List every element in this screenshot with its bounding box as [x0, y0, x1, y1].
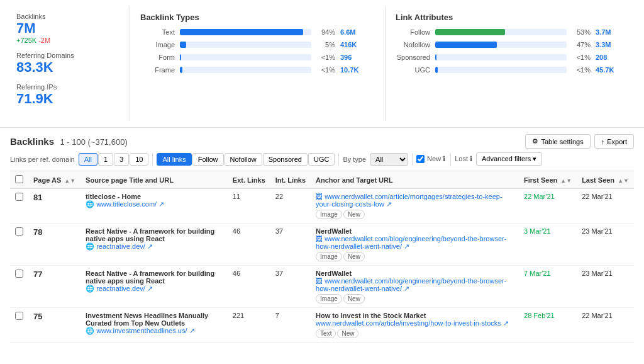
tag-badge: New: [343, 294, 365, 304]
anchor-url[interactable]: 🖼 www.nerdwallet.com/article/mortgages/s…: [316, 193, 514, 208]
follow-button[interactable]: Follow: [192, 153, 224, 166]
page-title: React Native - A framework for building …: [86, 270, 223, 285]
chart-label-sponsored: Sponsored: [396, 54, 430, 61]
page-url-link[interactable]: 🌐 www.investmentheadlines.us/ ↗: [86, 327, 194, 334]
ugc-button[interactable]: UGC: [308, 153, 335, 166]
page-url[interactable]: 🌐 reactnative.dev/ ↗: [86, 242, 223, 251]
link-attributes-rows: Follow 53% 3.7M Nofollow 47% 3.3M Sponso…: [396, 28, 624, 74]
chart-row-ugc: UGC <1% 45.7K: [396, 66, 624, 74]
page-url-link[interactable]: 🌐 reactnative.dev/ ↗: [86, 242, 153, 250]
page-url[interactable]: 🌐 www.investmentheadlines.us/ ↗: [86, 327, 223, 335]
backlinks-value: 7M: [16, 20, 117, 37]
table-row: 75 Investment News Headlines Manually Cu…: [10, 308, 634, 343]
source-page-header[interactable]: Source page Title and URL: [80, 171, 228, 189]
anchor-url-link[interactable]: 🖼 www.nerdwallet.com/blog/engineering/be…: [316, 235, 506, 250]
row-checkbox[interactable]: [15, 193, 23, 201]
tag-badge: Image: [316, 252, 342, 261]
one-per-ref-button[interactable]: 1: [98, 153, 113, 166]
nofollow-button[interactable]: Nofollow: [225, 153, 262, 166]
anchor-url[interactable]: 🖼 www.nerdwallet.com/blog/engineering/be…: [316, 277, 514, 293]
backlink-types-rows: Text 94% 6.6M Image 5% 416K Form: [140, 28, 369, 74]
tag-badge: New: [343, 252, 365, 261]
page-as-cell: 78: [28, 224, 80, 266]
int-links-header[interactable]: Int. Links: [270, 171, 311, 189]
page-url[interactable]: 🌐 reactnative.dev/ ↗: [86, 285, 223, 293]
row-checkbox-cell: [10, 189, 28, 224]
sort-icon-page-as: ▲▼: [64, 178, 75, 184]
first-seen-cell: 22 Mar'21: [519, 189, 577, 224]
last-seen-cell: 23 Mar'21: [577, 266, 634, 308]
chart-row-text: Text 94% 6.6M: [140, 28, 369, 36]
last-seen-header[interactable]: Last Seen ▲▼: [577, 171, 634, 189]
row-checkbox[interactable]: [15, 270, 23, 278]
chart-row-form: Form <1% 396: [140, 54, 369, 61]
select-all-checkbox[interactable]: [15, 175, 23, 183]
referring-ips-stat: Referring IPs 71.9K: [16, 83, 117, 107]
all-links-button[interactable]: All links: [157, 153, 191, 166]
row-checkbox-cell: [10, 308, 28, 343]
sponsored-button[interactable]: Sponsored: [263, 153, 308, 166]
page-as-value: 77: [33, 270, 42, 279]
page-url-link[interactable]: 🌐 www.titleclose.com/ ↗: [86, 200, 164, 208]
chart-label-frame: Frame: [140, 66, 175, 74]
anchor-title: How to Invest in the Stock Market: [316, 312, 514, 319]
tag-badge: Image: [316, 294, 342, 304]
chart-label-image: Image: [140, 41, 175, 48]
page-url[interactable]: 🌐 www.titleclose.com/ ↗: [86, 200, 223, 208]
page-url-link[interactable]: 🌐 reactnative.dev/ ↗: [86, 285, 153, 292]
last-seen-date: 23 Mar'21: [582, 227, 613, 235]
bar-container-ugc: [435, 67, 567, 73]
new-label: New ℹ: [427, 155, 445, 163]
anchor-url-header[interactable]: Anchor and Target URL: [311, 171, 519, 189]
anchor-url-link[interactable]: 🖼 www.nerdwallet.com/blog/engineering/be…: [316, 277, 506, 292]
export-icon: ↑: [601, 138, 605, 145]
bar-nofollow: [435, 42, 497, 48]
bar-container-form: [180, 54, 311, 60]
tag-badge: Text: [316, 329, 336, 338]
table-settings-label: Table settings: [541, 138, 583, 145]
divider-4: [450, 153, 451, 166]
page-as-value: 75: [33, 312, 42, 321]
backlinks-title: Backlinks: [10, 136, 54, 147]
last-seen-cell: 23 Mar'21: [577, 224, 634, 266]
int-links-cell: 7: [270, 308, 311, 343]
chart-count-text: 6.6M: [340, 28, 369, 36]
anchor-url[interactable]: 🖼 www.nerdwallet.com/blog/engineering/be…: [316, 235, 514, 251]
divider-2: [338, 153, 339, 166]
anchor-url-link[interactable]: www.nerdwallet.com/article/investing/how…: [316, 319, 509, 327]
source-page-cell: titleclose - Home 🌐 www.titleclose.com/ …: [80, 189, 228, 224]
page-as-cell: 81: [28, 189, 80, 224]
int-links-cell: 22: [270, 189, 311, 224]
export-button[interactable]: ↑ Export: [594, 134, 634, 149]
backlinks-stat: Backlinks 7M +725K -2M: [16, 13, 117, 44]
all-per-ref-button[interactable]: All: [79, 153, 97, 166]
ten-per-ref-button[interactable]: 10: [130, 153, 148, 166]
tag-badge: Image: [316, 210, 342, 219]
chart-count-follow: 3.7M: [596, 28, 624, 36]
page-as-header[interactable]: Page AS ▲▼: [28, 171, 80, 189]
new-checkbox[interactable]: [416, 155, 425, 163]
tag-badge: New: [343, 210, 365, 219]
table-settings-button[interactable]: ⚙ Table settings: [525, 134, 590, 149]
anchor-url-link[interactable]: 🖼 www.nerdwallet.com/article/mortgages/s…: [316, 193, 502, 208]
chart-row-frame: Frame <1% 10.7K: [140, 66, 369, 74]
last-seen-date: 22 Mar'21: [582, 312, 613, 319]
row-checkbox[interactable]: [15, 312, 23, 320]
row-checkbox[interactable]: [15, 227, 23, 236]
ext-links-cell: 46: [228, 224, 270, 266]
anchor-url[interactable]: www.nerdwallet.com/article/investing/how…: [316, 319, 514, 327]
backlinks-section-title: Backlinks 1 - 100 (~371,600): [10, 136, 128, 147]
main-content: Backlinks 1 - 100 (~371,600) ⚙ Table set…: [0, 128, 644, 349]
link-type-group: All links Follow Nofollow Sponsored UGC: [157, 153, 335, 166]
toolbar: Links per ref. domain All 1 3 10 All lin…: [10, 152, 634, 166]
first-seen-date: 28 Feb'21: [524, 312, 555, 319]
type-select[interactable]: All Text Image: [370, 153, 408, 166]
ext-links-header[interactable]: Ext. Links: [228, 171, 270, 189]
tag-badge: New: [337, 329, 358, 338]
advanced-filters-button[interactable]: Advanced filters ▾: [476, 152, 542, 166]
chart-row-sponsored: Sponsored <1% 208: [396, 54, 624, 61]
chart-label-text: Text: [140, 28, 175, 36]
three-per-ref-button[interactable]: 3: [114, 153, 129, 166]
first-seen-header[interactable]: First Seen ▲▼: [519, 171, 577, 189]
by-type-label: By type: [343, 156, 366, 163]
